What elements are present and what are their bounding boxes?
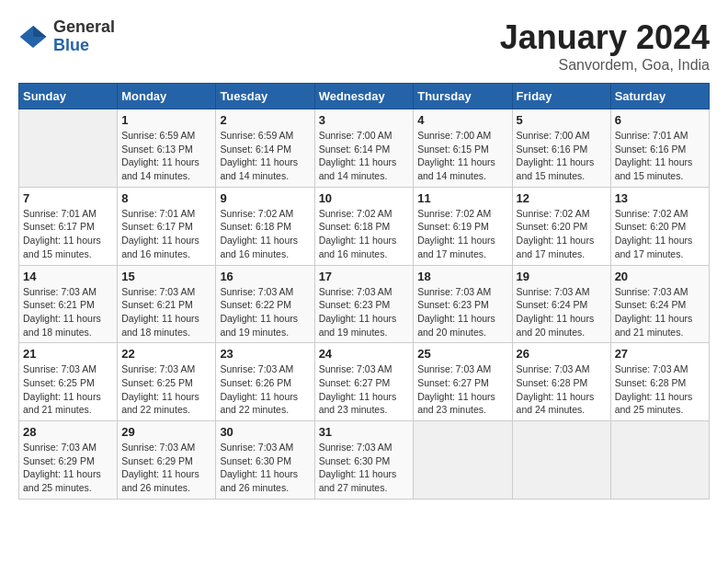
day-info: Sunrise: 7:02 AMSunset: 6:20 PMDaylight:…: [615, 207, 705, 261]
calendar-cell: 29Sunrise: 7:03 AMSunset: 6:29 PMDayligh…: [118, 421, 216, 500]
day-info: Sunrise: 7:03 AMSunset: 6:24 PMDaylight:…: [517, 285, 607, 339]
day-number: 21: [23, 347, 113, 361]
day-info: Sunrise: 7:00 AMSunset: 6:16 PMDaylight:…: [517, 129, 607, 183]
weekday-header-sunday: Sunday: [19, 84, 118, 109]
logo-icon: [18, 22, 48, 52]
calendar-cell: 15Sunrise: 7:03 AMSunset: 6:21 PMDayligh…: [118, 265, 216, 343]
logo-text: General Blue: [53, 18, 115, 55]
day-info: Sunrise: 7:03 AMSunset: 6:29 PMDaylight:…: [23, 441, 113, 495]
calendar-cell: 24Sunrise: 7:03 AMSunset: 6:27 PMDayligh…: [314, 343, 414, 421]
day-number: 29: [121, 425, 211, 439]
day-info: Sunrise: 7:03 AMSunset: 6:28 PMDaylight:…: [517, 362, 607, 417]
logo-general-text: General: [53, 18, 115, 37]
day-number: 6: [615, 113, 705, 127]
day-number: 16: [220, 270, 310, 283]
day-number: 28: [23, 425, 113, 439]
calendar-cell: [19, 109, 118, 188]
day-info: Sunrise: 7:01 AMSunset: 6:17 PMDaylight:…: [121, 207, 211, 261]
day-info: Sunrise: 7:03 AMSunset: 6:28 PMDaylight:…: [615, 362, 705, 417]
week-row-3: 14Sunrise: 7:03 AMSunset: 6:21 PMDayligh…: [19, 265, 710, 343]
day-info: Sunrise: 7:02 AMSunset: 6:18 PMDaylight:…: [319, 207, 410, 261]
calendar-cell: 18Sunrise: 7:03 AMSunset: 6:23 PMDayligh…: [414, 265, 512, 343]
calendar-cell: 16Sunrise: 7:03 AMSunset: 6:22 PMDayligh…: [216, 265, 314, 343]
day-number: 14: [23, 270, 113, 283]
day-info: Sunrise: 7:03 AMSunset: 6:22 PMDaylight:…: [220, 285, 310, 339]
calendar-cell: 21Sunrise: 7:03 AMSunset: 6:25 PMDayligh…: [19, 343, 118, 421]
calendar-cell: 19Sunrise: 7:03 AMSunset: 6:24 PMDayligh…: [512, 265, 610, 343]
calendar-cell: 27Sunrise: 7:03 AMSunset: 6:28 PMDayligh…: [610, 343, 709, 421]
calendar-cell: 11Sunrise: 7:02 AMSunset: 6:19 PMDayligh…: [414, 187, 512, 265]
day-number: 19: [517, 270, 607, 283]
weekday-header-thursday: Thursday: [414, 84, 512, 109]
day-info: Sunrise: 7:01 AMSunset: 6:17 PMDaylight:…: [23, 207, 113, 261]
calendar-table: SundayMondayTuesdayWednesdayThursdayFrid…: [18, 83, 710, 500]
day-number: 23: [220, 347, 310, 361]
week-row-5: 28Sunrise: 7:03 AMSunset: 6:29 PMDayligh…: [19, 421, 710, 500]
calendar-cell: 4Sunrise: 7:00 AMSunset: 6:15 PMDaylight…: [414, 109, 512, 188]
calendar-cell: 7Sunrise: 7:01 AMSunset: 6:17 PMDaylight…: [19, 187, 118, 265]
calendar-cell: 26Sunrise: 7:03 AMSunset: 6:28 PMDayligh…: [512, 343, 610, 421]
day-number: 13: [615, 191, 705, 205]
day-info: Sunrise: 7:03 AMSunset: 6:25 PMDaylight:…: [121, 362, 211, 417]
weekday-header-saturday: Saturday: [610, 84, 709, 109]
day-info: Sunrise: 7:03 AMSunset: 6:26 PMDaylight:…: [220, 362, 310, 417]
weekday-header-wednesday: Wednesday: [314, 84, 414, 109]
day-info: Sunrise: 7:01 AMSunset: 6:16 PMDaylight:…: [615, 129, 705, 183]
day-number: 10: [319, 191, 410, 205]
calendar-cell: 31Sunrise: 7:03 AMSunset: 6:30 PMDayligh…: [314, 421, 414, 500]
logo-blue-text: Blue: [53, 37, 115, 55]
calendar-cell: 25Sunrise: 7:03 AMSunset: 6:27 PMDayligh…: [414, 343, 512, 421]
day-number: 27: [615, 347, 705, 361]
calendar-cell: 17Sunrise: 7:03 AMSunset: 6:23 PMDayligh…: [314, 265, 414, 343]
day-number: 11: [417, 191, 507, 205]
calendar-cell: 23Sunrise: 7:03 AMSunset: 6:26 PMDayligh…: [216, 343, 314, 421]
calendar-cell: 28Sunrise: 7:03 AMSunset: 6:29 PMDayligh…: [19, 421, 118, 500]
day-info: Sunrise: 7:03 AMSunset: 6:30 PMDaylight:…: [319, 441, 410, 495]
calendar-cell: 1Sunrise: 6:59 AMSunset: 6:13 PMDaylight…: [118, 109, 216, 188]
calendar-cell: [512, 421, 610, 500]
calendar-cell: 13Sunrise: 7:02 AMSunset: 6:20 PMDayligh…: [610, 187, 709, 265]
day-info: Sunrise: 7:03 AMSunset: 6:23 PMDaylight:…: [319, 285, 410, 339]
calendar-cell: 12Sunrise: 7:02 AMSunset: 6:20 PMDayligh…: [512, 187, 610, 265]
day-info: Sunrise: 6:59 AMSunset: 6:13 PMDaylight:…: [121, 129, 211, 183]
day-info: Sunrise: 7:03 AMSunset: 6:23 PMDaylight:…: [417, 285, 507, 339]
calendar-cell: 8Sunrise: 7:01 AMSunset: 6:17 PMDaylight…: [118, 187, 216, 265]
calendar-cell: 20Sunrise: 7:03 AMSunset: 6:24 PMDayligh…: [610, 265, 709, 343]
day-number: 8: [121, 191, 211, 205]
title-block: January 2024 Sanvordem, Goa, India: [500, 18, 710, 74]
day-info: Sunrise: 7:00 AMSunset: 6:15 PMDaylight:…: [417, 129, 507, 183]
day-info: Sunrise: 7:00 AMSunset: 6:14 PMDaylight:…: [319, 129, 410, 183]
day-info: Sunrise: 6:59 AMSunset: 6:14 PMDaylight:…: [220, 129, 310, 183]
day-number: 30: [220, 425, 310, 439]
calendar-cell: 22Sunrise: 7:03 AMSunset: 6:25 PMDayligh…: [118, 343, 216, 421]
day-number: 25: [417, 347, 507, 361]
page-header: General Blue January 2024 Sanvordem, Goa…: [18, 18, 710, 74]
calendar-cell: 10Sunrise: 7:02 AMSunset: 6:18 PMDayligh…: [314, 187, 414, 265]
day-info: Sunrise: 7:03 AMSunset: 6:21 PMDaylight:…: [23, 285, 113, 339]
day-number: 15: [121, 270, 211, 283]
day-info: Sunrise: 7:03 AMSunset: 6:27 PMDaylight:…: [319, 362, 410, 417]
weekday-header-friday: Friday: [512, 84, 610, 109]
week-row-1: 1Sunrise: 6:59 AMSunset: 6:13 PMDaylight…: [19, 109, 710, 188]
day-number: 20: [615, 270, 705, 283]
day-number: 3: [319, 113, 410, 127]
day-number: 26: [517, 347, 607, 361]
weekday-header-tuesday: Tuesday: [216, 84, 314, 109]
calendar-title: January 2024: [500, 18, 710, 57]
day-info: Sunrise: 7:02 AMSunset: 6:20 PMDaylight:…: [517, 207, 607, 261]
day-number: 1: [121, 113, 211, 127]
day-number: 5: [517, 113, 607, 127]
calendar-cell: [414, 421, 512, 500]
day-number: 31: [319, 425, 410, 439]
week-row-2: 7Sunrise: 7:01 AMSunset: 6:17 PMDaylight…: [19, 187, 710, 265]
day-number: 9: [220, 191, 310, 205]
calendar-cell: 30Sunrise: 7:03 AMSunset: 6:30 PMDayligh…: [216, 421, 314, 500]
day-info: Sunrise: 7:03 AMSunset: 6:27 PMDaylight:…: [417, 362, 507, 417]
calendar-cell: 5Sunrise: 7:00 AMSunset: 6:16 PMDaylight…: [512, 109, 610, 188]
week-row-4: 21Sunrise: 7:03 AMSunset: 6:25 PMDayligh…: [19, 343, 710, 421]
calendar-cell: 3Sunrise: 7:00 AMSunset: 6:14 PMDaylight…: [314, 109, 414, 188]
weekday-header-monday: Monday: [118, 84, 216, 109]
calendar-cell: 2Sunrise: 6:59 AMSunset: 6:14 PMDaylight…: [216, 109, 314, 188]
day-number: 2: [220, 113, 310, 127]
logo: General Blue: [18, 18, 115, 55]
